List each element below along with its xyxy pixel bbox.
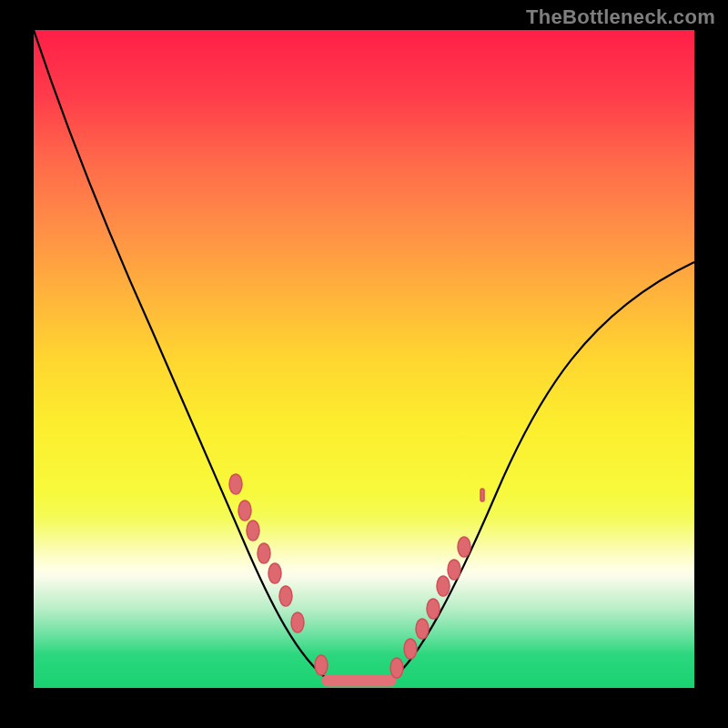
data-marker (458, 537, 470, 557)
data-marker (390, 658, 403, 678)
watermark-text: TheBottleneck.com (526, 5, 715, 29)
bottleneck-curve-svg (34, 30, 694, 688)
data-marker (247, 521, 259, 541)
plot-area (34, 30, 694, 688)
bottleneck-curve (34, 30, 694, 681)
data-marker (279, 586, 292, 606)
data-marker (268, 563, 281, 583)
data-marker (437, 576, 450, 596)
data-marker (480, 489, 484, 501)
data-marker (291, 612, 304, 632)
data-marker (404, 639, 417, 659)
chart-frame: TheBottleneck.com (0, 0, 728, 728)
data-marker (315, 655, 328, 675)
data-marker (258, 543, 270, 563)
data-marker (448, 560, 460, 580)
data-marker (229, 474, 242, 494)
data-marker (238, 500, 251, 521)
data-marker (427, 599, 440, 619)
data-marker (416, 619, 429, 639)
